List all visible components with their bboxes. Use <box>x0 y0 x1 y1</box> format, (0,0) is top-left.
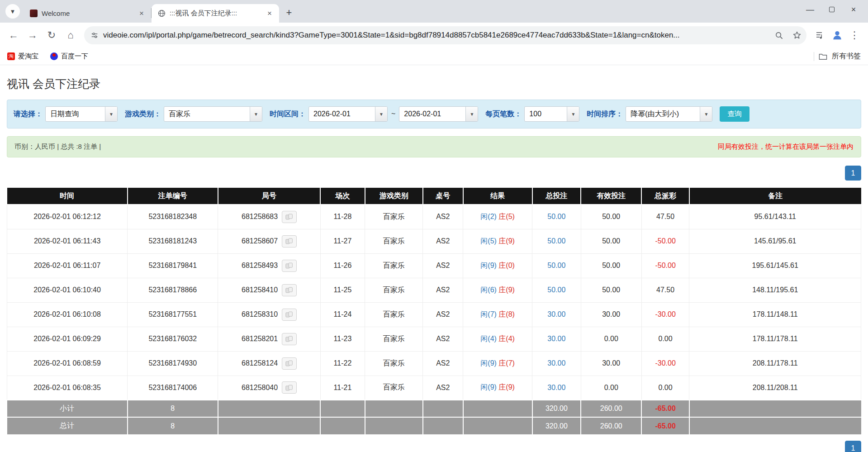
chevron-down-icon[interactable]: ▼ <box>250 107 262 121</box>
total-bet-link[interactable]: 30.00 <box>547 335 565 343</box>
cell-round: 681258607 <box>218 229 321 253</box>
date-to-dropdown[interactable]: 2026-02-01 ▼ <box>399 106 478 122</box>
cell-valid-bet: 30.00 <box>581 351 641 376</box>
cell-note: 145.61/95.61 <box>689 229 861 253</box>
tab-search-chevron-icon[interactable]: ▼ <box>5 4 20 19</box>
menu-icon[interactable]: ⋮ <box>845 26 863 44</box>
cell-session: 11-27 <box>320 229 365 253</box>
result-player: 闲(5) <box>480 237 497 245</box>
chevron-down-icon[interactable]: ▼ <box>567 107 579 121</box>
chevron-down-icon[interactable]: ▼ <box>105 107 117 121</box>
date-from-dropdown[interactable]: 2026-02-01 ▼ <box>308 106 388 122</box>
media-controls-icon[interactable] <box>811 26 829 44</box>
new-tab-button[interactable]: + <box>282 5 296 20</box>
cell-time: 2026-02-01 06:11:43 <box>7 229 128 253</box>
cell-session: 11-22 <box>320 351 365 376</box>
cell-game-type: 百家乐 <box>365 327 423 351</box>
cell-valid-bet: 30.00 <box>581 302 641 327</box>
total-payout: -65.00 <box>641 417 689 434</box>
reload-button[interactable]: ↻ <box>43 26 61 44</box>
total-bet-link[interactable]: 30.00 <box>547 310 565 318</box>
cell-session: 11-25 <box>320 278 365 302</box>
minimize-button[interactable]: — <box>799 0 821 19</box>
round-detail-icon[interactable] <box>282 260 297 272</box>
result-banker: 庄(5) <box>498 213 515 220</box>
per-page-dropdown[interactable]: 100 ▼ <box>524 106 579 122</box>
total-bet-link[interactable]: 50.00 <box>547 237 565 245</box>
round-detail-icon[interactable] <box>282 357 297 370</box>
table-row: 2026-02-01 06:10:40 523168178866 6812584… <box>7 278 861 302</box>
table-row: 2026-02-01 06:11:43 523168181243 6812586… <box>7 229 861 253</box>
chevron-down-icon[interactable]: ▼ <box>375 107 387 121</box>
cell-note: 178.11/178.11 <box>689 327 861 351</box>
page-button-1[interactable]: 1 <box>845 441 861 452</box>
total-bet-link[interactable]: 30.00 <box>547 359 565 367</box>
zoom-icon[interactable] <box>772 29 786 42</box>
search-button[interactable]: 查询 <box>720 106 749 122</box>
col-header-valid-bet: 有效投注 <box>581 188 641 205</box>
profile-avatar[interactable] <box>830 28 844 43</box>
star-icon[interactable] <box>790 29 804 42</box>
sort-dropdown[interactable]: 降幂(由大到小) ▼ <box>626 106 712 122</box>
welcome-favicon-icon <box>30 10 38 17</box>
cell-table-no: AS2 <box>423 253 463 278</box>
round-detail-icon[interactable] <box>282 333 297 345</box>
cell-valid-bet: 50.00 <box>581 205 641 229</box>
folder-icon <box>819 53 827 60</box>
aitaobao-icon: 淘 <box>7 52 15 60</box>
subtotal-row: 小计 8 320.00 260.00 -65.00 <box>7 400 861 417</box>
url-text[interactable]: videoie.com/ipl/portal.php/game/betrecor… <box>103 31 768 40</box>
bookmark-baidu[interactable]: 百度一下 <box>50 52 88 61</box>
filter-select-mode: 请选择： 日期查询 ▼ <box>14 106 118 122</box>
bookmark-aitaobao[interactable]: 淘 爱淘宝 <box>7 52 38 61</box>
total-bet-link[interactable]: 50.00 <box>547 213 565 220</box>
forward-button[interactable]: → <box>24 26 42 44</box>
tab-bar: ▼ Welcome × :::视讯 会员下注纪录::: × + — × <box>0 0 868 23</box>
cell-note: 148.11/195.61 <box>689 278 861 302</box>
cell-payout: -50.00 <box>641 229 689 253</box>
select-mode-dropdown[interactable]: 日期查询 ▼ <box>45 106 118 122</box>
table-row: 2026-02-01 06:11:07 523168179841 6812584… <box>7 253 861 278</box>
round-id: 681258607 <box>242 237 278 245</box>
cell-time: 2026-02-01 06:08:35 <box>7 376 128 400</box>
tab-bet-record[interactable]: :::视讯 会员下注纪录::: × <box>152 4 279 23</box>
chevron-down-icon[interactable]: ▼ <box>700 107 712 121</box>
home-button[interactable]: ⌂ <box>62 26 80 44</box>
round-detail-icon[interactable] <box>282 309 297 321</box>
chevron-down-icon[interactable]: ▼ <box>465 107 478 121</box>
total-bet-link[interactable]: 50.00 <box>547 262 565 269</box>
game-type-dropdown[interactable]: 百家乐 ▼ <box>164 106 262 122</box>
cell-bet-id: 523168177551 <box>128 302 218 327</box>
close-icon[interactable]: × <box>265 9 275 19</box>
address-bar[interactable]: videoie.com/ipl/portal.php/game/betrecor… <box>84 26 806 44</box>
cell-table-no: AS2 <box>423 278 463 302</box>
round-detail-icon[interactable] <box>282 284 297 296</box>
round-detail-icon[interactable] <box>282 235 297 247</box>
date-separator: ~ <box>391 110 395 118</box>
col-header-session: 场次 <box>320 188 365 205</box>
round-detail-icon[interactable] <box>282 381 297 394</box>
close-icon[interactable]: × <box>137 9 147 19</box>
back-button[interactable]: ← <box>5 26 23 44</box>
filter-label: 每页笔数： <box>485 109 522 119</box>
bookmarks-bar: 淘 爱淘宝 百度一下 所有书签 <box>0 48 868 65</box>
result-player: 闲(9) <box>480 359 497 367</box>
total-bet-link[interactable]: 30.00 <box>547 384 565 391</box>
table-row: 2026-02-01 06:09:29 523168176032 6812582… <box>7 327 861 351</box>
tab-welcome[interactable]: Welcome × <box>24 4 151 23</box>
cell-note: 208.11/178.11 <box>689 351 861 376</box>
close-window-button[interactable]: × <box>843 0 864 19</box>
all-bookmarks[interactable]: 所有书签 <box>814 52 861 61</box>
cell-session: 11-23 <box>320 327 365 351</box>
col-header-bet-id: 注单编号 <box>128 188 218 205</box>
total-bet-link[interactable]: 50.00 <box>547 286 565 294</box>
round-id: 681258124 <box>242 359 278 367</box>
cell-table-no: AS2 <box>423 376 463 400</box>
cell-session: 11-28 <box>320 205 365 229</box>
round-detail-icon[interactable] <box>282 211 297 223</box>
maximize-button[interactable] <box>821 0 843 19</box>
cell-total-bet: 50.00 <box>532 253 581 278</box>
cell-total-bet: 50.00 <box>532 278 581 302</box>
page-button-1[interactable]: 1 <box>845 166 861 181</box>
site-info-icon[interactable] <box>90 31 99 39</box>
